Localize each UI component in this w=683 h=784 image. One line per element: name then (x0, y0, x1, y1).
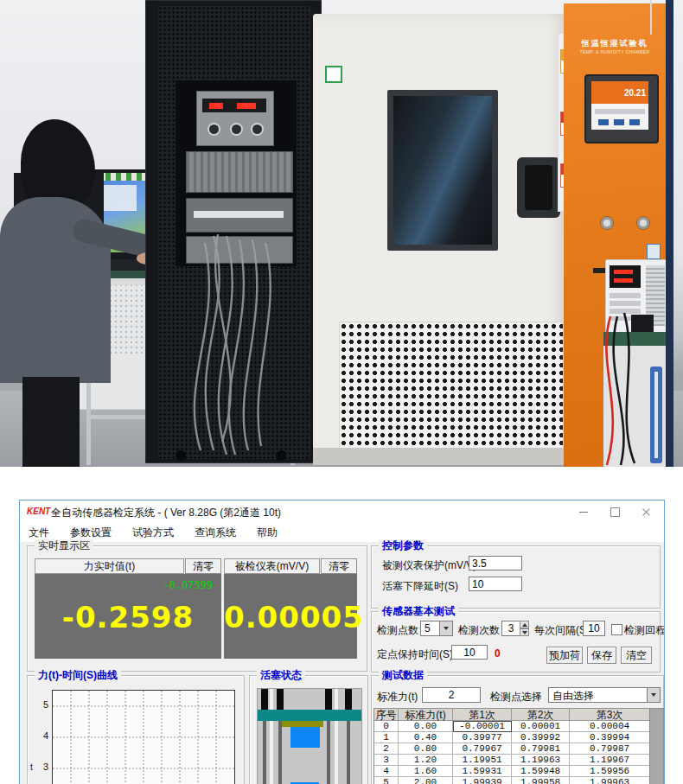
curve-gridlines (53, 691, 234, 784)
chevron-down-icon[interactable] (439, 621, 452, 635)
menu-parameter-settings[interactable]: 参数设置 (70, 526, 112, 540)
chevron-down-icon[interactable] (647, 688, 660, 702)
cell[interactable]: 1.99958 (512, 777, 570, 784)
rod-cap (261, 689, 268, 710)
rack-power-supply (196, 91, 274, 146)
cell[interactable]: 1.59948 (512, 766, 570, 777)
clear-button[interactable]: 清空 (621, 647, 652, 664)
cell[interactable]: 1 (374, 732, 399, 743)
panel-button-power (600, 216, 614, 230)
cell[interactable]: 3 (374, 755, 399, 766)
group-realtime-display: 实时显示区 力实时值(t) 清零 被检仪表(mV/V) 清零 -0.07399 … (27, 545, 367, 672)
touchscreen-display[interactable]: 20.21 (591, 81, 648, 130)
table-scrollbar[interactable] (649, 709, 663, 784)
close-button[interactable] (632, 500, 660, 523)
guide-rod-highlight (270, 689, 273, 784)
cell[interactable]: 0.40 (399, 732, 453, 743)
handle-recess (525, 165, 552, 210)
force-secondary-value: -0.07399 (163, 579, 213, 591)
cell[interactable]: 1.59956 (570, 766, 650, 777)
delay-input[interactable] (469, 577, 522, 591)
psu-led-digits-left (209, 103, 223, 109)
force-main-value: -0.2598 (35, 600, 221, 634)
touchscreen-row (595, 109, 645, 114)
piston-block (290, 727, 320, 748)
cell[interactable]: 1.20 (399, 755, 453, 766)
menu-test-mode[interactable]: 试验方式 (132, 526, 174, 540)
cell[interactable]: 1.60 (399, 766, 453, 777)
return-label: 检测回程 (624, 623, 665, 638)
protect-input[interactable] (469, 556, 522, 570)
cell[interactable]: 1.19963 (512, 755, 570, 766)
cell[interactable]: 0.39994 (570, 732, 650, 743)
cell[interactable]: 0.00004 (570, 721, 650, 732)
times-label: 检测次数 (458, 623, 500, 638)
meter-clear-button[interactable]: 清零 (321, 558, 357, 574)
maximize-icon (610, 507, 620, 517)
cell[interactable]: 1.59931 (453, 766, 512, 777)
meter-display: 0.00005 (224, 574, 357, 659)
cell[interactable]: 0 (374, 721, 399, 732)
cell[interactable]: 2.00 (399, 777, 453, 784)
bench-psu-display (610, 265, 641, 288)
table-row: 3 1.20 1.19951 1.19963 1.19967 (374, 755, 663, 766)
cell[interactable]: 0.00001 (512, 721, 570, 732)
cell[interactable]: 1.19951 (453, 755, 512, 766)
psu-led-digits-right (237, 103, 256, 109)
group-title: 力(t)-时间(S)曲线 (35, 669, 121, 681)
spinner-down-button[interactable] (520, 628, 529, 636)
meter-main-value: 0.00005 (224, 600, 357, 634)
menu-help[interactable]: 帮助 (257, 526, 278, 540)
preload-button[interactable]: 预加荷 (546, 647, 583, 664)
group-title: 测试数据 (379, 669, 427, 681)
cell[interactable]: 4 (374, 766, 399, 777)
maximize-button[interactable] (601, 500, 629, 523)
cell[interactable]: 0.00 (399, 721, 453, 732)
menu-file[interactable]: 文件 (29, 526, 49, 540)
y-axis-unit: t (30, 762, 33, 772)
menu-query-system[interactable]: 查询系统 (195, 526, 236, 540)
panel-button-light (636, 216, 650, 230)
cell[interactable]: 1.99939 (453, 777, 512, 784)
minimize-button[interactable] (570, 500, 597, 523)
cell[interactable]: 0.79967 (453, 743, 512, 755)
bench-psu-digits (614, 278, 633, 283)
chamber-title-cn: 恒温恒湿试验机 (571, 38, 659, 49)
interval-input[interactable] (583, 621, 605, 636)
piston-graphic (257, 688, 362, 784)
cell[interactable]: 0.79987 (570, 743, 650, 755)
group-control-parameters: 控制参数 被测仪表保护(mV/V) 活塞下降延时(S) (371, 545, 661, 609)
cell[interactable]: 5 (374, 777, 399, 784)
point-select-combobox[interactable]: 自由选择 (548, 687, 661, 703)
std-force-input[interactable] (422, 687, 481, 703)
equipment-rack (145, 0, 322, 463)
cell[interactable]: 1.19967 (570, 755, 650, 766)
environment-chamber (313, 14, 565, 465)
points-combobox[interactable]: 5 (420, 621, 453, 636)
cell[interactable]: 1.99963 (570, 777, 650, 784)
force-value-header: 力实时值(t) (35, 558, 184, 574)
table-row: 1 0.40 0.39977 0.39992 0.39994 (374, 732, 663, 743)
return-checkbox[interactable] (611, 624, 622, 635)
force-clear-button[interactable]: 清零 (185, 558, 221, 574)
rack-instrument (186, 198, 293, 233)
chamber-glass (393, 96, 492, 245)
cell[interactable]: 0.80 (399, 743, 453, 755)
control-touchscreen: 20.21 (584, 74, 659, 143)
spinner-up-button[interactable] (520, 621, 529, 628)
times-spinner[interactable]: 3 (501, 621, 520, 636)
screen-window (100, 185, 137, 211)
save-button[interactable]: 保存 (587, 647, 616, 664)
psu-led-display (202, 99, 266, 112)
y-tick-4: 4 (38, 730, 48, 741)
chamber-sticker (325, 66, 342, 83)
blue-sticker (647, 244, 661, 259)
hold-input[interactable] (451, 645, 488, 660)
crossbeam (257, 710, 362, 721)
cell-focused[interactable]: -0.00001 (453, 721, 512, 732)
cell[interactable]: 0.39992 (512, 732, 570, 743)
cell[interactable]: 0.39977 (453, 732, 512, 743)
title-bar[interactable]: KENT 全自动传感器检定系统 - ( Ver 8.28G (第2通道 10t) (20, 500, 664, 523)
cell[interactable]: 0.79981 (512, 743, 570, 755)
cell[interactable]: 2 (374, 743, 399, 755)
